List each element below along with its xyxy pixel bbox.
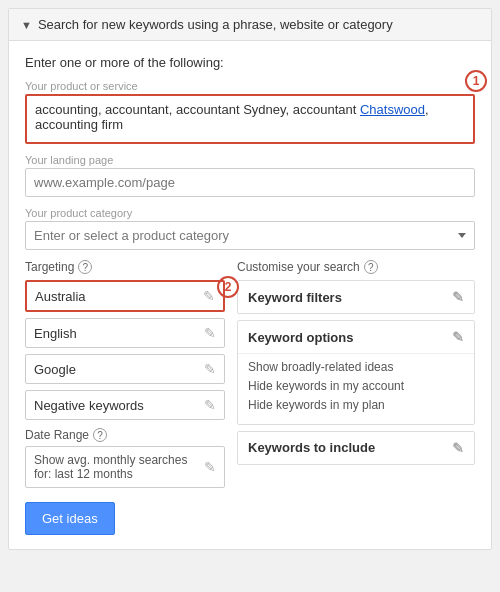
date-range-text: Show avg. monthly searches for: last 12 …: [34, 453, 204, 481]
targeting-item-negative[interactable]: Negative keywords ✎: [25, 390, 225, 420]
panel-body: Enter one or more of the following: Your…: [9, 41, 491, 549]
landing-page-group: Your landing page: [25, 154, 475, 197]
keyword-filters-header[interactable]: Keyword filters ✎: [238, 281, 474, 313]
two-col-layout: Targeting ? Australia ✎ 2 English: [25, 260, 475, 535]
collapse-arrow-icon: ▼: [21, 19, 32, 31]
targeting-negative-edit-icon[interactable]: ✎: [204, 397, 216, 413]
targeting-item-google[interactable]: Google ✎: [25, 354, 225, 384]
keyword-option-3: Hide keywords in my plan: [248, 396, 464, 415]
badge-1: 1: [465, 70, 487, 92]
customise-col: Customise your search ? Keyword filters …: [237, 260, 475, 535]
get-ideas-button[interactable]: Get ideas: [25, 502, 115, 535]
keyword-option-2: Hide keywords in my account: [248, 377, 464, 396]
keyword-options-edit-icon[interactable]: ✎: [452, 329, 464, 345]
product-category-group: Your product category Enter or select a …: [25, 207, 475, 250]
customise-help-icon[interactable]: ?: [364, 260, 378, 274]
keywords-include-edit-icon[interactable]: ✎: [452, 440, 464, 456]
customise-label: Customise your search ?: [237, 260, 475, 274]
date-range-edit-icon[interactable]: ✎: [204, 459, 216, 475]
keyword-options-section: Keyword options ✎ Show broadly-related i…: [237, 320, 475, 425]
targeting-label: Targeting ?: [25, 260, 225, 274]
landing-page-label: Your landing page: [25, 154, 475, 166]
targeting-google-edit-icon[interactable]: ✎: [204, 361, 216, 377]
date-range-box[interactable]: Show avg. monthly searches for: last 12 …: [25, 446, 225, 488]
landing-page-input[interactable]: [25, 168, 475, 197]
keyword-options-body: Show broadly-related ideas Hide keywords…: [238, 354, 474, 424]
targeting-google-text: Google: [34, 362, 76, 377]
chatswood-link[interactable]: Chatswood: [360, 102, 425, 117]
panel-header-text: Search for new keywords using a phrase, …: [38, 17, 393, 32]
keyword-options-header[interactable]: Keyword options ✎: [238, 321, 474, 354]
date-range-label-text: Date Range: [25, 428, 89, 442]
date-range-label: Date Range ?: [25, 428, 225, 442]
panel-header[interactable]: ▼ Search for new keywords using a phrase…: [9, 9, 491, 41]
keyword-option-1: Show broadly-related ideas: [248, 358, 464, 377]
keywords-include-title: Keywords to include: [248, 440, 375, 455]
targeting-label-text: Targeting: [25, 260, 74, 274]
product-service-label: Your product or service: [25, 80, 475, 92]
keyword-filters-title: Keyword filters: [248, 290, 342, 305]
outer-container: ▼ Search for new keywords using a phrase…: [0, 0, 500, 558]
targeting-english-edit-icon[interactable]: ✎: [204, 325, 216, 341]
customise-label-text: Customise your search: [237, 260, 360, 274]
targeting-negative-text: Negative keywords: [34, 398, 144, 413]
keywords-include-section: Keywords to include ✎: [237, 431, 475, 465]
section-label: Enter one or more of the following:: [25, 55, 475, 70]
date-range-help-icon[interactable]: ?: [93, 428, 107, 442]
badge-2: 2: [217, 276, 239, 298]
product-service-group: Your product or service accounting, acco…: [25, 80, 475, 144]
targeting-items-wrapper: Australia ✎ 2 English ✎ Google: [25, 280, 225, 420]
product-category-select[interactable]: Enter or select a product category: [25, 221, 475, 250]
product-service-input[interactable]: accounting, accountant, accountant Sydne…: [25, 94, 475, 144]
main-panel: ▼ Search for new keywords using a phrase…: [8, 8, 492, 550]
keyword-options-title: Keyword options: [248, 330, 353, 345]
product-category-label: Your product category: [25, 207, 475, 219]
targeting-help-icon[interactable]: ?: [78, 260, 92, 274]
targeting-english-text: English: [34, 326, 77, 341]
targeting-item-australia[interactable]: Australia ✎: [25, 280, 225, 312]
targeting-australia-edit-icon[interactable]: ✎: [203, 288, 215, 304]
keywords-include-header[interactable]: Keywords to include ✎: [238, 432, 474, 464]
targeting-col: Targeting ? Australia ✎ 2 English: [25, 260, 225, 535]
targeting-australia-text: Australia: [35, 289, 86, 304]
keyword-filters-edit-icon[interactable]: ✎: [452, 289, 464, 305]
keyword-filters-section: Keyword filters ✎: [237, 280, 475, 314]
targeting-item-english[interactable]: English ✎: [25, 318, 225, 348]
